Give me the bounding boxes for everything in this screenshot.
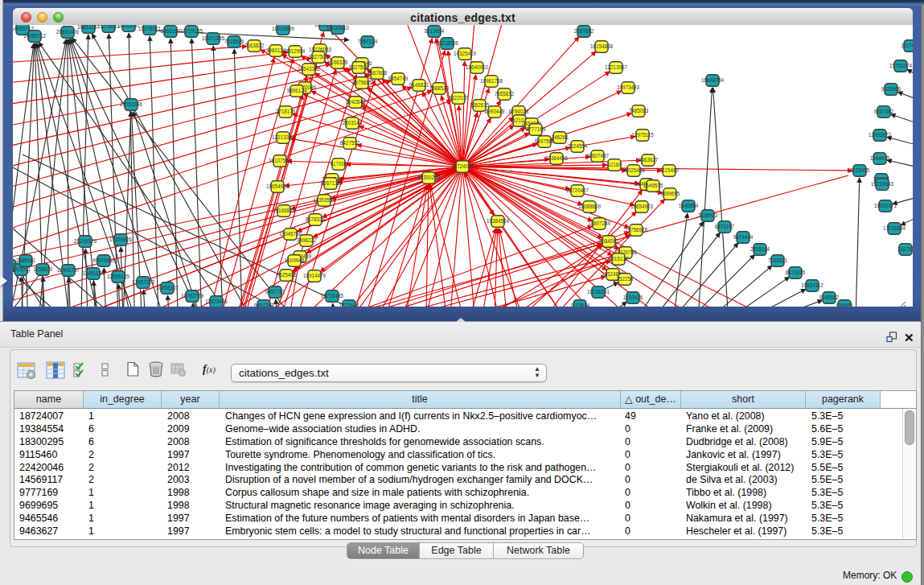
svg-text:8678334: 8678334 bbox=[306, 216, 326, 222]
svg-text:924565: 924565 bbox=[836, 303, 853, 307]
svg-text:16210643: 16210643 bbox=[871, 181, 894, 187]
svg-text:9457792: 9457792 bbox=[254, 303, 274, 307]
svg-text:9327506: 9327506 bbox=[309, 54, 329, 60]
svg-text:8912954: 8912954 bbox=[285, 48, 306, 54]
svg-text:10671355: 10671355 bbox=[202, 35, 225, 41]
svg-text:1733426: 1733426 bbox=[623, 295, 643, 300]
svg-text:1117453: 1117453 bbox=[901, 43, 913, 48]
svg-text:9327508: 9327508 bbox=[349, 64, 369, 70]
svg-text:9329966: 9329966 bbox=[881, 86, 901, 92]
svg-text:252254: 252254 bbox=[616, 276, 634, 282]
svg-text:116753: 116753 bbox=[897, 246, 913, 252]
svg-text:2867608: 2867608 bbox=[368, 70, 388, 76]
svg-text:1640954: 1640954 bbox=[679, 203, 699, 208]
svg-text:9777169: 9777169 bbox=[526, 126, 546, 132]
svg-text:9242848: 9242848 bbox=[346, 99, 366, 105]
svg-text:9146821: 9146821 bbox=[409, 82, 429, 88]
svg-text:9245652: 9245652 bbox=[819, 295, 840, 300]
svg-text:10046786: 10046786 bbox=[279, 231, 302, 237]
svg-text:90975867: 90975867 bbox=[92, 257, 116, 263]
svg-text:10973493: 10973493 bbox=[617, 84, 640, 90]
svg-text:12213967: 12213967 bbox=[605, 64, 628, 70]
svg-text:18807249: 18807249 bbox=[588, 220, 611, 226]
svg-text:9115460: 9115460 bbox=[659, 167, 680, 173]
svg-text:1485061: 1485061 bbox=[16, 257, 36, 263]
svg-text:1588520: 1588520 bbox=[429, 85, 450, 91]
svg-text:16033809: 16033809 bbox=[272, 26, 295, 31]
svg-text:3498222: 3498222 bbox=[297, 237, 317, 243]
svg-text:10653287: 10653287 bbox=[117, 25, 141, 28]
svg-text:6479197: 6479197 bbox=[715, 224, 735, 229]
svg-text:8454749: 8454749 bbox=[388, 76, 409, 81]
svg-text:3875685: 3875685 bbox=[352, 80, 372, 85]
svg-text:18300295: 18300295 bbox=[417, 175, 441, 180]
svg-text:1244415: 1244415 bbox=[870, 155, 890, 161]
svg-text:15751074: 15751074 bbox=[889, 63, 913, 68]
svg-text:2803144: 2803144 bbox=[343, 120, 363, 126]
svg-text:9227342: 9227342 bbox=[874, 109, 894, 114]
svg-text:12213369: 12213369 bbox=[272, 134, 295, 140]
svg-text:20691406: 20691406 bbox=[56, 29, 80, 35]
svg-text:11451194: 11451194 bbox=[82, 270, 105, 276]
svg-text:8322037: 8322037 bbox=[449, 95, 469, 101]
svg-text:16648784: 16648784 bbox=[701, 77, 725, 83]
svg-text:15716485: 15716485 bbox=[321, 293, 344, 299]
svg-text:11353594: 11353594 bbox=[313, 197, 335, 203]
svg-text:8215955: 8215955 bbox=[850, 167, 870, 173]
svg-text:7625402: 7625402 bbox=[277, 272, 297, 278]
svg-text:1613614: 1613614 bbox=[570, 303, 590, 307]
svg-text:10719155: 10719155 bbox=[180, 28, 203, 34]
svg-text:16914479: 16914479 bbox=[303, 273, 326, 278]
svg-text:16154808: 16154808 bbox=[590, 43, 614, 49]
svg-text:417006: 417006 bbox=[330, 161, 347, 167]
svg-text:9896124: 9896124 bbox=[287, 88, 307, 93]
svg-text:14055712: 14055712 bbox=[23, 33, 47, 39]
svg-text:1156829: 1156829 bbox=[33, 266, 53, 272]
svg-text:10807487: 10807487 bbox=[586, 153, 610, 159]
svg-text:17016504: 17016504 bbox=[883, 225, 906, 231]
svg-text:2935114: 2935114 bbox=[750, 246, 770, 252]
svg-text:15276021: 15276021 bbox=[138, 26, 162, 31]
svg-text:2687682: 2687682 bbox=[574, 28, 594, 34]
svg-text:16782759: 16782759 bbox=[181, 293, 204, 299]
svg-text:1609948: 1609948 bbox=[285, 257, 305, 263]
svg-text:3938923: 3938923 bbox=[698, 212, 718, 218]
svg-text:6794028: 6794028 bbox=[509, 109, 529, 114]
svg-text:12505135: 12505135 bbox=[107, 274, 130, 279]
svg-text:17359926: 17359926 bbox=[109, 237, 133, 242]
svg-text:8813054: 8813054 bbox=[425, 28, 445, 34]
svg-text:14325419: 14325419 bbox=[454, 51, 477, 56]
svg-text:9474444: 9474444 bbox=[733, 234, 754, 240]
svg-text:7632621: 7632621 bbox=[768, 257, 788, 263]
svg-text:9860124: 9860124 bbox=[266, 47, 286, 53]
svg-text:19218506: 19218506 bbox=[436, 40, 459, 46]
svg-text:20206576: 20206576 bbox=[74, 238, 97, 244]
svg-text:7485063: 7485063 bbox=[629, 108, 649, 113]
svg-text:1571648: 1571648 bbox=[339, 303, 359, 307]
svg-text:19654923: 19654923 bbox=[630, 204, 654, 209]
svg-text:1815132: 1815132 bbox=[609, 256, 629, 262]
svg-text:16107552: 16107552 bbox=[269, 158, 292, 163]
svg-text:7955812: 7955812 bbox=[495, 91, 515, 97]
svg-text:1362615: 1362615 bbox=[470, 102, 490, 108]
svg-text:8990448: 8990448 bbox=[485, 109, 505, 114]
svg-text:8267130: 8267130 bbox=[321, 180, 341, 186]
svg-text:8186328: 8186328 bbox=[328, 60, 348, 65]
svg-text:9457791: 9457791 bbox=[265, 289, 285, 295]
svg-text:18640910: 18640910 bbox=[466, 64, 489, 70]
svg-text:12942737: 12942737 bbox=[57, 267, 80, 273]
svg-text:9463627: 9463627 bbox=[639, 157, 659, 163]
svg-text:746266: 746266 bbox=[551, 134, 569, 140]
svg-text:8471676: 8471676 bbox=[786, 270, 806, 275]
svg-text:20364456: 20364456 bbox=[545, 155, 569, 161]
svg-text:8427552: 8427552 bbox=[340, 140, 360, 146]
svg-text:10025488: 10025488 bbox=[622, 167, 646, 173]
svg-text:19654923: 19654923 bbox=[266, 183, 290, 189]
svg-text:7857224: 7857224 bbox=[358, 39, 378, 44]
svg-text:16543362: 16543362 bbox=[298, 66, 321, 72]
svg-text:19756928: 19756928 bbox=[625, 227, 648, 233]
svg-text:17957223: 17957223 bbox=[132, 279, 155, 285]
svg-text:11923446: 11923446 bbox=[205, 299, 228, 304]
svg-text:29053346: 29053346 bbox=[120, 101, 143, 107]
svg-text:12975115: 12975115 bbox=[631, 132, 654, 138]
